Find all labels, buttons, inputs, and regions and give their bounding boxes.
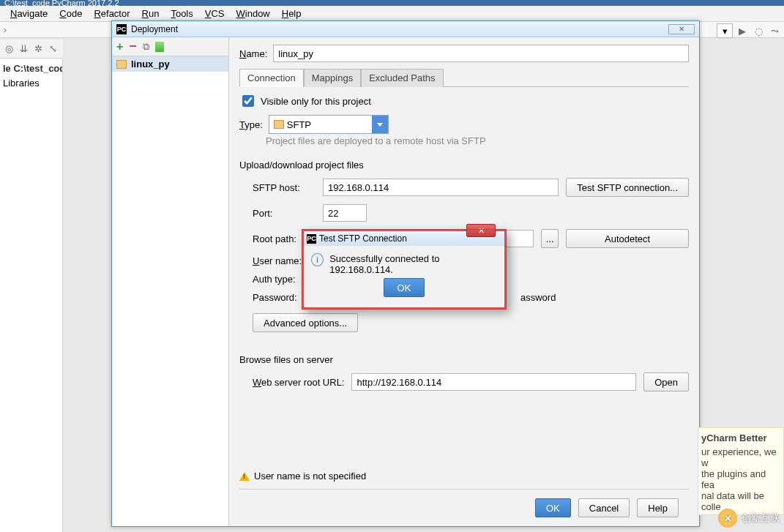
- target-icon[interactable]: ◎: [3, 43, 15, 55]
- servers-list-pane: + − ⧉ linux_py: [112, 37, 229, 526]
- server-item-label: linux_py: [131, 59, 170, 70]
- visible-only-checkbox[interactable]: [242, 95, 254, 107]
- settings-tabs: Connection Mappings Excluded Paths: [239, 68, 689, 87]
- ok-button[interactable]: OK: [535, 498, 571, 517]
- gear-icon[interactable]: ✲: [32, 43, 44, 55]
- menu-vcs[interactable]: VCS: [201, 7, 229, 20]
- servers-list[interactable]: linux_py: [112, 56, 228, 526]
- tip-header: yCharm Better: [701, 432, 780, 443]
- warning-icon: [239, 472, 250, 481]
- type-hint: Project files are deployed to a remote h…: [266, 135, 689, 146]
- watermark: ✕ 创新互联: [718, 509, 780, 528]
- run-config-combo[interactable]: ▾: [717, 23, 733, 38]
- pycharm-icon: PC: [116, 24, 127, 34]
- help-button[interactable]: Help: [637, 498, 679, 517]
- chevron-down-icon: [377, 123, 383, 127]
- popup-ok-button[interactable]: OK: [384, 278, 425, 297]
- name-label: Name:: [239, 48, 267, 59]
- copy-server-button[interactable]: ⧉: [143, 41, 149, 53]
- server-icon: [116, 60, 127, 69]
- menu-run[interactable]: Run: [138, 7, 164, 20]
- autodetect-button[interactable]: Autodetect: [566, 229, 689, 248]
- test-connection-button[interactable]: Test SFTP connection...: [566, 178, 689, 197]
- menu-code[interactable]: Code: [55, 7, 86, 20]
- remove-server-button[interactable]: −: [129, 39, 137, 54]
- debug-step-icon[interactable]: ⤳: [768, 24, 781, 37]
- popup-message: Successfully connected to 192.168.0.114.: [329, 253, 497, 275]
- tip-panel: yCharm Better ur experience, we w the pl…: [698, 427, 784, 515]
- folder-icon: [274, 120, 284, 129]
- run-controls: ▾ ▶ ◌ ⤳: [717, 23, 781, 38]
- main-menu: Navigate Code Refactor Run Tools VCS Win…: [0, 6, 784, 22]
- menu-help[interactable]: Help: [277, 7, 306, 20]
- tab-excluded-paths[interactable]: Excluded Paths: [361, 69, 443, 87]
- sftp-host-input[interactable]: [323, 179, 559, 196]
- dialog-close-button[interactable]: ✕: [668, 24, 695, 34]
- menu-window[interactable]: Window: [232, 7, 275, 20]
- project-tree[interactable]: le C:\test_code Libraries: [0, 59, 63, 532]
- type-select[interactable]: SFTP: [269, 115, 389, 134]
- watermark-text: 创新互联: [742, 512, 780, 525]
- tab-mappings[interactable]: Mappings: [304, 69, 361, 87]
- name-input[interactable]: [273, 45, 689, 62]
- upload-section-header: Upload/download project files: [239, 160, 689, 171]
- dialog-button-row: OK Cancel Help: [239, 490, 689, 526]
- type-dropdown-button[interactable]: [372, 116, 388, 133]
- pycharm-icon: PC: [307, 234, 316, 244]
- visible-only-label: Visible only for this project: [261, 96, 371, 107]
- servers-toolbar: + − ⧉: [112, 37, 228, 56]
- info-icon: i: [311, 253, 324, 266]
- dialog-titlebar[interactable]: PC Deployment ✕: [112, 21, 699, 37]
- cancel-button[interactable]: Cancel: [578, 498, 630, 517]
- sftp-host-label: SFTP host:: [253, 182, 316, 193]
- warning-text: User name is not specified: [254, 471, 366, 482]
- popup-close-button[interactable]: ✕: [466, 224, 496, 237]
- tree-root[interactable]: le C:\test_code: [1, 61, 61, 76]
- web-root-input[interactable]: [351, 373, 636, 391]
- port-label: Port:: [253, 208, 316, 219]
- port-input[interactable]: [323, 204, 367, 222]
- type-value: SFTP: [287, 119, 311, 130]
- browse-section-header: Browse files on server: [239, 354, 689, 365]
- test-connection-popup: ✕ PC Test SFTP Connection i Successfully…: [302, 229, 507, 310]
- server-item-linux_py[interactable]: linux_py: [112, 56, 228, 72]
- menu-navigate[interactable]: Navigate: [6, 7, 52, 20]
- tip-line: ur experience, we w: [701, 446, 780, 468]
- menu-refactor[interactable]: Refactor: [89, 7, 134, 20]
- transfer-icon[interactable]: [155, 42, 164, 52]
- tab-connection[interactable]: Connection: [239, 69, 304, 87]
- dialog-title: Deployment: [131, 24, 664, 34]
- advanced-options-button[interactable]: Advanced options...: [253, 313, 358, 332]
- web-root-label: Web server root URL:: [253, 377, 344, 388]
- chevron-right-icon: ›: [0, 24, 10, 35]
- hide-icon[interactable]: ⤡: [47, 43, 59, 55]
- open-button[interactable]: Open: [643, 372, 689, 391]
- root-path-browse-button[interactable]: ...: [541, 229, 559, 248]
- project-toolbar: ◎ ⇊ ✲ ⤡: [0, 40, 63, 59]
- tip-line: the plugins and fea: [701, 468, 780, 490]
- run-icon[interactable]: ▶: [736, 24, 749, 37]
- add-server-button[interactable]: +: [116, 40, 123, 53]
- menu-tools[interactable]: Tools: [166, 7, 197, 20]
- warning-row: User name is not specified: [239, 466, 689, 490]
- watermark-icon: ✕: [718, 509, 737, 528]
- type-label: Type:: [239, 119, 263, 130]
- collapse-icon[interactable]: ⇊: [18, 43, 29, 55]
- save-password-label-partial: assword: [520, 292, 556, 303]
- debug-icon[interactable]: ◌: [752, 24, 765, 37]
- tree-libraries[interactable]: Libraries: [1, 76, 61, 91]
- app-titlebar: C:\test_code PyCharm 2017.2.2: [0, 0, 784, 6]
